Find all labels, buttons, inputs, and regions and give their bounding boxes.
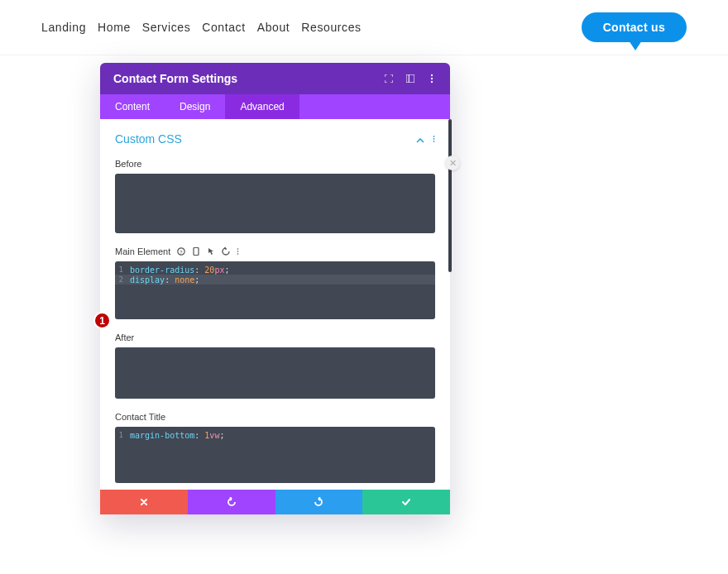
field-more-icon[interactable] — [237, 247, 245, 256]
svg-rect-10 — [194, 248, 199, 256]
svg-point-12 — [237, 251, 239, 252]
label-before-text: Before — [115, 159, 141, 169]
css-after-input[interactable] — [115, 347, 435, 399]
cta-wrap: Contact us — [582, 12, 687, 42]
panel-title: Contact Form Settings — [113, 72, 237, 85]
panel-body: Custom CSS Before Main Element ? — [100, 119, 450, 490]
svg-point-4 — [431, 81, 433, 83]
nav-item-resources[interactable]: Resources — [301, 21, 361, 34]
label-before: Before — [115, 154, 435, 174]
nav-item-landing[interactable]: Landing — [41, 21, 86, 34]
cta-tail-icon — [629, 41, 642, 50]
redo-button[interactable] — [275, 490, 363, 514]
section-title: Custom CSS — [115, 132, 182, 146]
help-icon[interactable]: ? — [177, 247, 185, 256]
svg-rect-0 — [406, 74, 414, 83]
tab-design[interactable]: Design — [165, 94, 225, 119]
more-icon[interactable] — [427, 74, 437, 84]
code-val: 20 — [204, 265, 214, 275]
line-number: 2 — [115, 275, 127, 284]
nav-links: Landing Home Services Contact About Reso… — [41, 21, 362, 34]
code-key: none — [175, 275, 194, 285]
svg-point-11 — [237, 248, 239, 250]
label-contact-title: Contact Title — [115, 407, 435, 427]
section-custom-css[interactable]: Custom CSS — [115, 129, 435, 154]
save-button[interactable] — [362, 490, 450, 514]
top-nav: Landing Home Services Contact About Reso… — [0, 0, 728, 55]
css-before-input[interactable] — [115, 174, 435, 233]
code-unit: vw — [209, 431, 219, 440]
nav-item-contact[interactable]: Contact — [202, 21, 245, 34]
svg-point-7 — [433, 141, 435, 142]
cancel-button[interactable] — [100, 490, 188, 514]
css-main-input[interactable]: 1 border-radius: 20px; 2 display: none; — [115, 261, 435, 319]
undo-button[interactable] — [188, 490, 275, 514]
tab-content[interactable]: Content — [100, 94, 165, 119]
settings-panel: Contact Form Settings Content Design Adv… — [100, 63, 450, 514]
code-unit: px — [214, 265, 224, 275]
tab-advanced[interactable]: Advanced — [225, 94, 299, 119]
nav-item-services[interactable]: Services — [142, 21, 190, 34]
label-contact-title-text: Contact Title — [115, 412, 165, 422]
code-prop: display — [130, 275, 165, 285]
nav-item-home[interactable]: Home — [98, 21, 131, 34]
svg-point-6 — [433, 138, 435, 140]
reset-icon[interactable] — [222, 247, 230, 256]
section-more-icon[interactable] — [433, 132, 435, 146]
svg-point-3 — [431, 78, 433, 79]
scrollbar[interactable] — [448, 119, 452, 272]
hover-icon[interactable] — [207, 247, 215, 256]
panel-header[interactable]: Contact Form Settings — [100, 63, 450, 94]
nav-item-about[interactable]: About — [257, 21, 290, 34]
annotation-marker-1: 1 — [93, 312, 111, 329]
line-number: 1 — [115, 431, 127, 439]
expand-icon[interactable] — [384, 74, 394, 84]
label-after-text: After — [115, 332, 134, 342]
line-number: 1 — [115, 265, 127, 274]
svg-point-5 — [433, 136, 435, 137]
column-icon[interactable] — [405, 74, 415, 84]
label-main-text: Main Element — [115, 246, 170, 256]
css-title-input[interactable]: 1 margin-bottom: 1vw; — [115, 427, 435, 483]
tablet-icon[interactable] — [192, 247, 200, 256]
code-prop: margin-bottom — [130, 431, 194, 440]
contact-us-button[interactable]: Contact us — [582, 12, 687, 42]
chevron-up-icon[interactable] — [416, 132, 424, 146]
code-prop: border-radius — [130, 265, 194, 275]
label-after: After — [115, 328, 435, 347]
svg-point-13 — [237, 253, 239, 255]
panel-footer — [100, 490, 450, 514]
svg-text:?: ? — [180, 250, 184, 255]
tabs: Content Design Advanced — [100, 94, 450, 119]
helper-close-icon[interactable]: ✕ — [445, 155, 460, 170]
svg-point-2 — [431, 74, 433, 76]
label-main-element: Main Element ? — [115, 242, 435, 261]
